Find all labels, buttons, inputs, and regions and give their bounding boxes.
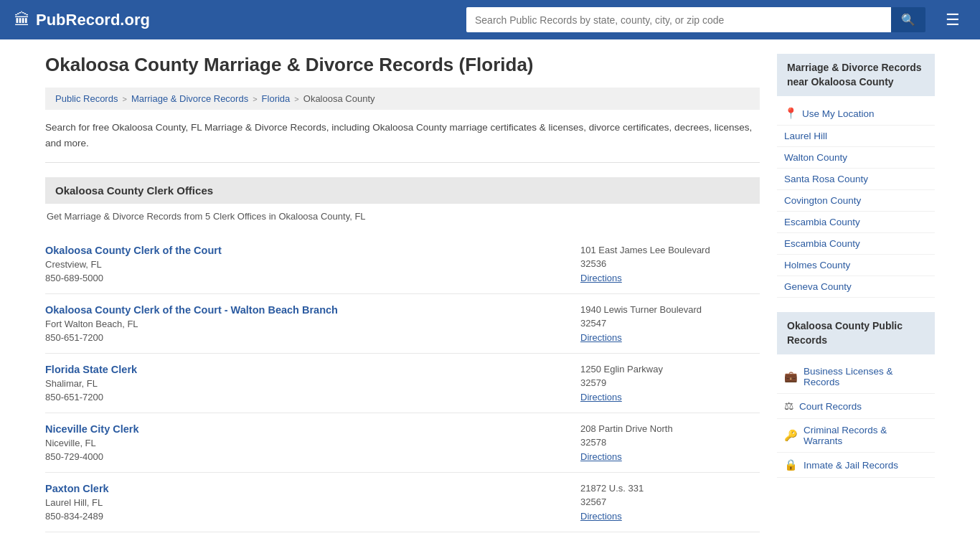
sidebar-item-escambia-county-1[interactable]: Escambia County	[777, 212, 935, 233]
clerk-name: Florida State Clerk	[45, 364, 580, 375]
breadcrumb: Public Records > Marriage & Divorce Reco…	[45, 88, 760, 110]
sidebar-nearby-title: Marriage & Divorce Records near Okaloosa…	[777, 54, 935, 96]
clerk-zip: 32547	[580, 318, 760, 329]
sidebar-item-inmate-records[interactable]: 🔒 Inmate & Jail Records	[777, 453, 935, 478]
sidebar-item-business-licenses[interactable]: 💼 Business Licenses & Records	[777, 360, 935, 394]
sidebar-item-court-records[interactable]: ⚖ Court Records	[777, 394, 935, 419]
logo-link[interactable]: 🏛 PubRecord.org	[14, 11, 150, 29]
directions-link[interactable]: Directions	[580, 451, 622, 462]
clerk-entry: Okaloosa County Clerk of the Court Crest…	[45, 235, 760, 294]
clerk-address: 1940 Lewis Turner Boulevard	[580, 304, 760, 315]
page-description: Search for free Okaloosa County, FL Marr…	[45, 120, 760, 163]
clerk-entry: Niceville City Clerk Niceville, FL 850-7…	[45, 413, 760, 473]
search-area: 🔍	[466, 7, 925, 32]
sidebar-item-criminal-records[interactable]: 🔑 Criminal Records & Warrants	[777, 419, 935, 453]
clerk-left: Okaloosa County Clerk of the Court Crest…	[45, 245, 580, 283]
clerk-right: 1940 Lewis Turner Boulevard 32547 Direct…	[580, 304, 760, 343]
clerk-name: Niceville City Clerk	[45, 423, 580, 435]
clerk-address: 1250 Eglin Parkway	[580, 364, 760, 375]
logo-icon: 🏛	[14, 11, 30, 29]
breadcrumb-sep-3: >	[294, 95, 298, 103]
clerk-entries-list: Okaloosa County Clerk of the Court Crest…	[45, 235, 760, 532]
clerk-right: 21872 U.s. 331 32567 Directions	[580, 483, 760, 522]
clerk-address: 101 East James Lee Boulevard	[580, 245, 760, 255]
clerk-zip: 32536	[580, 258, 760, 269]
directions-link[interactable]: Directions	[580, 392, 622, 402]
clerk-location: Laurel Hill, FL	[45, 497, 580, 508]
clerk-name: Paxton Clerk	[45, 483, 580, 494]
clerk-left: Niceville City Clerk Niceville, FL 850-7…	[45, 423, 580, 462]
clerk-location: Crestview, FL	[45, 259, 580, 270]
sidebar-public-records-list: 💼 Business Licenses & Records ⚖ Court Re…	[777, 360, 935, 478]
clerk-phone: 850-651-7200	[45, 332, 580, 343]
sidebar-item-santa-rosa-county[interactable]: Santa Rosa County	[777, 169, 935, 190]
clerk-phone: 850-729-4000	[45, 451, 580, 462]
clerk-right: 208 Partin Drive North 32578 Directions	[580, 423, 760, 462]
breadcrumb-sep-2: >	[253, 95, 257, 103]
clerk-section-sub: Get Marriage & Divorce Records from 5 Cl…	[45, 211, 760, 222]
sidebar: Marriage & Divorce Records near Okaloosa…	[777, 54, 935, 532]
directions-link[interactable]: Directions	[580, 332, 622, 343]
breadcrumb-current: Okaloosa County	[303, 93, 375, 104]
logo-text: PubRecord.org	[36, 11, 150, 29]
clerk-section-header: Okaloosa County Clerk Offices	[45, 177, 760, 204]
use-my-location-link[interactable]: Use My Location	[802, 108, 875, 119]
clerk-location: Fort Walton Beach, FL	[45, 319, 580, 329]
inmate-records-icon: 🔒	[784, 458, 798, 471]
sidebar-use-location[interactable]: 📍 Use My Location	[777, 102, 935, 126]
search-button[interactable]: 🔍	[891, 7, 925, 32]
sidebar-item-holmes-county[interactable]: Holmes County	[777, 255, 935, 276]
clerk-name: Okaloosa County Clerk of the Court	[45, 245, 580, 256]
sidebar-public-records-title: Okaloosa County Public Records	[777, 312, 935, 354]
clerk-left: Paxton Clerk Laurel Hill, FL 850-834-248…	[45, 483, 580, 522]
clerk-address: 208 Partin Drive North	[580, 423, 760, 434]
search-input[interactable]	[466, 7, 891, 32]
clerk-entry: Florida State Clerk Shalimar, FL 850-651…	[45, 354, 760, 413]
sidebar-item-walton-county[interactable]: Walton County	[777, 147, 935, 169]
breadcrumb-sep-1: >	[122, 95, 126, 103]
criminal-records-icon: 🔑	[784, 429, 798, 442]
clerk-phone: 850-651-7200	[45, 392, 580, 402]
clerk-entry: Okaloosa County Clerk of the Court - Wal…	[45, 294, 760, 354]
menu-button[interactable]: ☰	[940, 8, 966, 32]
location-pin-icon: 📍	[784, 107, 798, 120]
clerk-zip: 32578	[580, 437, 760, 448]
clerk-right: 101 East James Lee Boulevard 32536 Direc…	[580, 245, 760, 283]
clerk-left: Okaloosa County Clerk of the Court - Wal…	[45, 304, 580, 343]
sidebar-item-laurel-hill[interactable]: Laurel Hill	[777, 126, 935, 147]
clerk-right: 1250 Eglin Parkway 32579 Directions	[580, 364, 760, 402]
clerk-phone: 850-689-5000	[45, 273, 580, 283]
sidebar-item-escambia-county-2[interactable]: Escambia County	[777, 233, 935, 255]
main-container: Okaloosa County Marriage & Divorce Recor…	[24, 39, 956, 547]
sidebar-nearby-list: 📍 Use My Location Laurel Hill Walton Cou…	[777, 102, 935, 298]
court-records-icon: ⚖	[784, 400, 793, 413]
directions-link[interactable]: Directions	[580, 273, 622, 283]
clerk-name: Okaloosa County Clerk of the Court - Wal…	[45, 304, 580, 316]
clerk-entry: Paxton Clerk Laurel Hill, FL 850-834-248…	[45, 473, 760, 532]
business-licenses-icon: 💼	[784, 370, 798, 383]
breadcrumb-public-records[interactable]: Public Records	[55, 93, 118, 104]
breadcrumb-marriage-divorce[interactable]: Marriage & Divorce Records	[131, 93, 248, 104]
clerk-location: Niceville, FL	[45, 438, 580, 448]
clerk-left: Florida State Clerk Shalimar, FL 850-651…	[45, 364, 580, 402]
breadcrumb-florida[interactable]: Florida	[262, 93, 291, 104]
clerk-zip: 32567	[580, 496, 760, 507]
content-area: Okaloosa County Marriage & Divorce Recor…	[45, 54, 760, 532]
directions-link[interactable]: Directions	[580, 511, 622, 522]
page-title: Okaloosa County Marriage & Divorce Recor…	[45, 54, 760, 76]
sidebar-item-geneva-county[interactable]: Geneva County	[777, 276, 935, 298]
clerk-zip: 32579	[580, 377, 760, 388]
clerk-address: 21872 U.s. 331	[580, 483, 760, 494]
clerk-phone: 850-834-2489	[45, 511, 580, 522]
clerk-location: Shalimar, FL	[45, 378, 580, 389]
sidebar-item-covington-county[interactable]: Covington County	[777, 190, 935, 212]
site-header: 🏛 PubRecord.org 🔍 ☰	[0, 0, 980, 39]
